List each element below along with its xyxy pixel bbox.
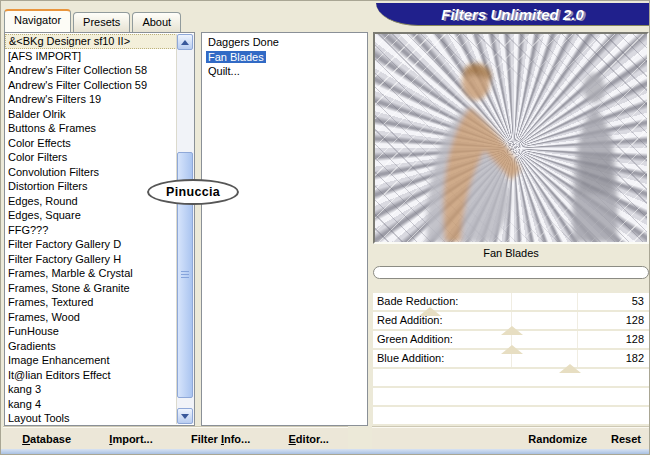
slider-label: Blue Addition: — [377, 352, 444, 364]
tab-navigator[interactable]: Navigator — [4, 9, 71, 32]
database-button[interactable]: Database — [22, 433, 71, 445]
app-title: Filters Unlimited 2.0 — [441, 6, 584, 23]
category-item[interactable]: Buttons & Frames — [5, 121, 177, 136]
slider-row[interactable]: Red Addition:128 — [373, 312, 649, 329]
category-item[interactable]: Edges, Square — [5, 208, 177, 223]
slider-tick — [577, 312, 578, 329]
category-item[interactable]: Filter Factory Gallery D — [5, 237, 177, 252]
slider-tick — [577, 293, 578, 310]
arrow-down-icon — [181, 414, 189, 419]
category-item[interactable]: Frames, Wood — [5, 310, 177, 325]
category-scrollbar[interactable] — [176, 34, 194, 424]
filter-item[interactable]: Fan Blades — [202, 50, 367, 65]
filter-listbox: Daggers DoneFan BladesQuilt... — [201, 32, 368, 426]
title-banner: Filters Unlimited 2.0 — [376, 3, 649, 26]
slider-tick — [511, 293, 512, 310]
slider-value: 128 — [626, 314, 644, 326]
category-item[interactable]: FFG??? — [5, 223, 177, 238]
slider-row-empty — [373, 369, 649, 386]
category-item[interactable]: Andrew's Filters 19 — [5, 92, 177, 107]
tab-strip: NavigatorPresetsAbout — [4, 9, 183, 32]
slider-marker[interactable] — [419, 307, 441, 316]
action-button-bar: DatabaseImport...Filter Info...Editor... — [3, 427, 348, 450]
reset-button[interactable]: Reset — [611, 433, 641, 445]
editor-button[interactable]: Editor... — [289, 433, 329, 445]
slider-label: Green Addition: — [377, 333, 453, 345]
category-item[interactable]: Image Enhancement — [5, 353, 177, 368]
category-item[interactable]: Frames, Textured — [5, 295, 177, 310]
slider-panel: Bade Reduction:53Red Addition:128Green A… — [373, 293, 649, 426]
category-item[interactable]: Balder Olrik — [5, 107, 177, 122]
filter-preview — [373, 32, 649, 244]
import-button[interactable]: Import... — [109, 433, 152, 445]
category-item[interactable]: kang 3 — [5, 382, 177, 397]
tab-about[interactable]: About — [132, 12, 181, 32]
thumb-grip-icon — [181, 271, 189, 279]
slider-marker[interactable] — [559, 364, 581, 373]
slider-value: 53 — [632, 295, 644, 307]
slider-value: 128 — [626, 333, 644, 345]
slider-value: 182 — [626, 352, 644, 364]
preview-figures — [375, 34, 647, 242]
slider-tick — [577, 331, 578, 348]
filter-info-button[interactable]: Filter Info... — [191, 433, 250, 445]
preview-caption: Fan Blades — [373, 247, 649, 259]
scroll-up-button[interactable] — [177, 34, 193, 50]
slider-row[interactable]: Bade Reduction:53 — [373, 293, 649, 310]
category-listbox: &<BKg Designer sf10 II>[AFS IMPORT]Andre… — [4, 32, 195, 426]
category-items: &<BKg Designer sf10 II>[AFS IMPORT]Andre… — [5, 34, 177, 424]
category-item[interactable]: Frames, Stone & Granite — [5, 281, 177, 296]
scroll-down-button[interactable] — [177, 408, 193, 424]
filter-item-label: Fan Blades — [206, 51, 266, 63]
category-item[interactable]: Layout Tools — [5, 411, 177, 424]
category-item[interactable]: Andrew's Filter Collection 59 — [5, 78, 177, 93]
arrow-up-icon — [181, 40, 189, 45]
category-item[interactable]: Gradients — [5, 339, 177, 354]
slider-marker[interactable] — [501, 326, 523, 335]
category-item[interactable]: Convolution Filters — [5, 165, 177, 180]
category-item[interactable]: Andrew's Filter Collection 58 — [5, 63, 177, 78]
slider-row-empty — [373, 388, 649, 405]
randomize-button[interactable]: Randomize — [528, 433, 587, 445]
category-item[interactable]: It@lian Editors Effect — [5, 368, 177, 383]
category-item[interactable]: FunHouse — [5, 324, 177, 339]
category-item[interactable]: Frames, Marble & Crystal — [5, 266, 177, 281]
filter-item-label: Daggers Done — [206, 36, 281, 48]
filter-item[interactable]: Quilt... — [202, 64, 367, 79]
tab-presets[interactable]: Presets — [73, 12, 130, 32]
category-item[interactable]: Filter Factory Gallery H — [5, 252, 177, 267]
slider-marker[interactable] — [501, 345, 523, 354]
slider-row-empty — [373, 407, 649, 424]
filter-item[interactable]: Daggers Done — [202, 35, 367, 50]
slider-label: Bade Reduction: — [377, 295, 458, 307]
filters-unlimited-window: NavigatorPresetsAbout Filters Unlimited … — [0, 0, 650, 455]
window-bottom-edge — [1, 449, 649, 454]
category-item[interactable]: Color Filters — [5, 150, 177, 165]
watermark-text: Pinuccia — [166, 185, 220, 199]
category-item[interactable]: &<BKg Designer sf10 II> — [5, 34, 177, 49]
result-button-bar: RandomizeReset — [372, 427, 649, 450]
progress-bar — [373, 266, 649, 279]
pinuccia-watermark: Pinuccia — [147, 179, 239, 205]
category-item[interactable]: [AFS IMPORT] — [5, 49, 177, 64]
category-item[interactable]: kang 4 — [5, 397, 177, 412]
category-item[interactable]: Color Effects — [5, 136, 177, 151]
filter-item-label: Quilt... — [206, 65, 242, 77]
